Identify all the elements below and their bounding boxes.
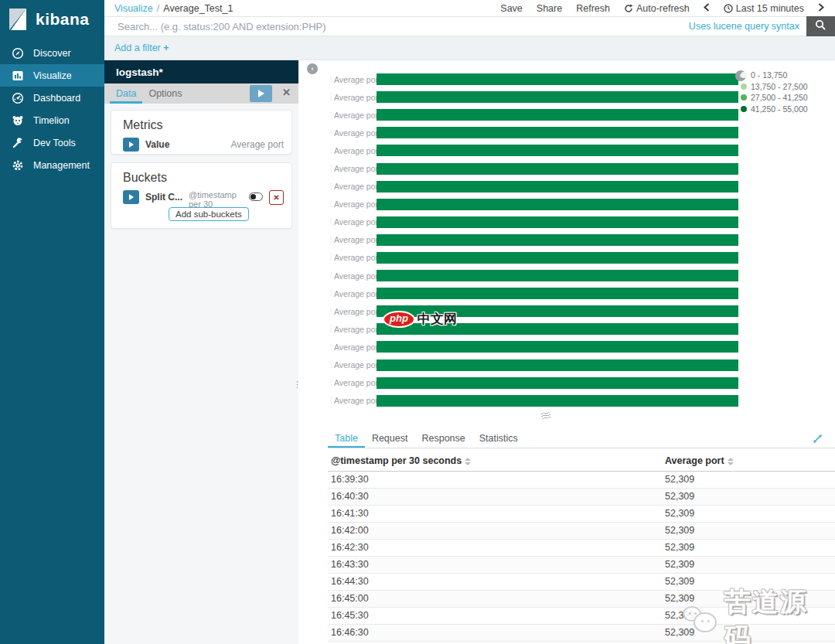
metric-agg-row[interactable]: Value Average port [111, 132, 291, 152]
breadcrumb-visualize-link[interactable]: Visualize [114, 3, 153, 14]
row-drag-handle[interactable]: ⋮ [328, 273, 334, 279]
legend-item[interactable]: 0 - 13,750 [741, 70, 833, 81]
gauge-bar[interactable] [377, 145, 738, 156]
sort-icon[interactable] [465, 458, 471, 465]
editor-tab-data[interactable]: Data [110, 83, 142, 104]
gauge-track [377, 91, 738, 103]
gauge-bar[interactable] [377, 73, 738, 85]
legend-label: 0 - 13,750 [751, 70, 787, 80]
gauge-row: ⋮Average port [298, 213, 732, 231]
gauge-bar[interactable] [377, 163, 738, 175]
sidebar-item-dev-tools[interactable]: Dev Tools [0, 131, 104, 154]
table-row: 16:39:3052,309 [328, 472, 835, 489]
sidebar-item-visualize[interactable]: Visualize [0, 64, 104, 87]
sidebar-item-label: Management [33, 160, 90, 171]
remove-agg-button[interactable]: ✕ [269, 190, 284, 205]
spy-tab-statistics[interactable]: Statistics [472, 430, 525, 448]
save-button[interactable]: Save [500, 3, 523, 14]
row-drag-handle[interactable]: ⋮ [328, 308, 334, 315]
gauge-bar[interactable] [377, 181, 738, 193]
add-filter-button[interactable]: Add a filter + [114, 43, 169, 53]
gauge-bar[interactable] [377, 341, 738, 353]
spy-tabs: TableRequestResponseStatistics [328, 430, 525, 448]
row-drag-handle[interactable]: ⋮ [328, 148, 334, 154]
gauge-bar[interactable] [377, 288, 738, 299]
editor-tab-bar: DataOptions ✕ [104, 83, 298, 104]
auto-refresh-button[interactable]: Auto-refresh [624, 3, 690, 14]
row-drag-handle[interactable]: ⋮ [328, 165, 334, 172]
gauge-row-label: Average port [334, 289, 370, 298]
search-input[interactable] [104, 21, 689, 32]
spy-panel-resize-handle[interactable] [541, 412, 551, 419]
discard-changes-icon[interactable]: ✕ [282, 87, 291, 98]
gauge-row-label: Average port [334, 111, 370, 120]
row-drag-handle[interactable]: ⋮ [328, 326, 334, 332]
row-drag-handle[interactable]: ⋮ [328, 362, 334, 368]
app-sidebar: kibana DiscoverVisualizeDashboardTimelio… [0, 0, 104, 644]
bucket-expand-button[interactable] [123, 190, 139, 204]
gauge-bar[interactable] [377, 109, 738, 121]
gauge-track [377, 199, 738, 210]
legend-item[interactable]: 41,250 - 55,000 [741, 104, 833, 115]
gauge-bar[interactable] [377, 377, 738, 389]
spy-tab-table[interactable]: Table [328, 430, 365, 448]
gauge-bar[interactable] [377, 395, 738, 407]
time-step-back-icon[interactable] [704, 2, 710, 14]
sidebar-item-timelion[interactable]: Timelion [0, 109, 104, 131]
spy-tab-response[interactable]: Response [414, 430, 472, 448]
row-drag-handle[interactable]: ⋮ [328, 219, 334, 225]
sidebar-item-dashboard[interactable]: Dashboard [0, 87, 104, 109]
disable-agg-toggle[interactable] [249, 193, 263, 201]
gauge-bar[interactable] [377, 270, 738, 281]
sidebar-item-label: Dashboard [33, 93, 80, 104]
row-drag-handle[interactable]: ⋮ [328, 397, 334, 404]
time-step-forward-icon[interactable] [818, 2, 824, 14]
row-drag-handle[interactable]: ⋮ [328, 291, 334, 297]
row-drag-handle[interactable]: ⋮ [328, 344, 334, 350]
legend-item[interactable]: 27,500 - 41,250 [741, 92, 833, 104]
gauge-bar[interactable] [377, 359, 738, 371]
column-header[interactable]: Average port [662, 451, 835, 472]
search-submit-button[interactable] [806, 16, 835, 36]
gauge-bar[interactable] [377, 91, 738, 103]
sidebar-item-discover[interactable]: Discover [0, 42, 104, 64]
gauge-row-label: Average port [334, 235, 370, 244]
editor-tab-options[interactable]: Options [142, 83, 188, 104]
column-header[interactable]: @timestamp per 30 seconds [328, 451, 662, 472]
row-drag-handle[interactable]: ⋮ [328, 237, 334, 243]
expand-panel-icon[interactable] [813, 433, 823, 447]
gauge-bar[interactable] [377, 127, 738, 138]
row-drag-handle[interactable]: ⋮ [328, 183, 334, 189]
gauge-bar[interactable] [377, 252, 738, 264]
refresh-button[interactable]: Refresh [576, 3, 610, 14]
visualize-icon [12, 70, 24, 82]
metric-expand-button[interactable] [123, 138, 139, 152]
gauge-bar[interactable] [377, 199, 738, 210]
spy-tab-request[interactable]: Request [365, 430, 415, 448]
row-drag-handle[interactable]: ⋮ [328, 77, 334, 83]
row-drag-handle[interactable]: ⋮ [328, 201, 334, 207]
sidebar-item-management[interactable]: Management [0, 154, 104, 176]
gauge-row-label: Average port [334, 342, 370, 352]
kibana-logo[interactable]: kibana [0, 0, 104, 42]
sort-icon[interactable] [728, 458, 734, 465]
row-drag-handle[interactable]: ⋮ [328, 254, 334, 261]
row-drag-handle[interactable]: ⋮ [328, 130, 334, 136]
gauge-bar[interactable] [377, 216, 738, 228]
add-sub-buckets-button[interactable]: Add sub-buckets [169, 207, 249, 221]
row-drag-handle[interactable]: ⋮ [328, 112, 334, 118]
gauge-bar[interactable] [377, 234, 738, 246]
legend-item[interactable]: 13,750 - 27,500 [741, 81, 833, 93]
row-drag-handle[interactable]: ⋮ [328, 94, 334, 101]
gauge-track [377, 109, 738, 121]
gauge-row-label: Average port [334, 199, 370, 209]
share-button[interactable]: Share [537, 3, 562, 14]
row-drag-handle[interactable]: ⋮ [328, 380, 334, 386]
table-cell: 52,309 [662, 489, 835, 506]
apply-changes-button[interactable] [250, 85, 272, 102]
lucene-syntax-link[interactable]: Uses lucene query syntax [689, 21, 799, 32]
gauge-row-label: Average port [334, 325, 370, 334]
gauge-track [377, 127, 738, 138]
time-picker-button[interactable]: Last 15 minutes [724, 3, 804, 14]
gauge-row: ⋮Average port [298, 302, 732, 320]
